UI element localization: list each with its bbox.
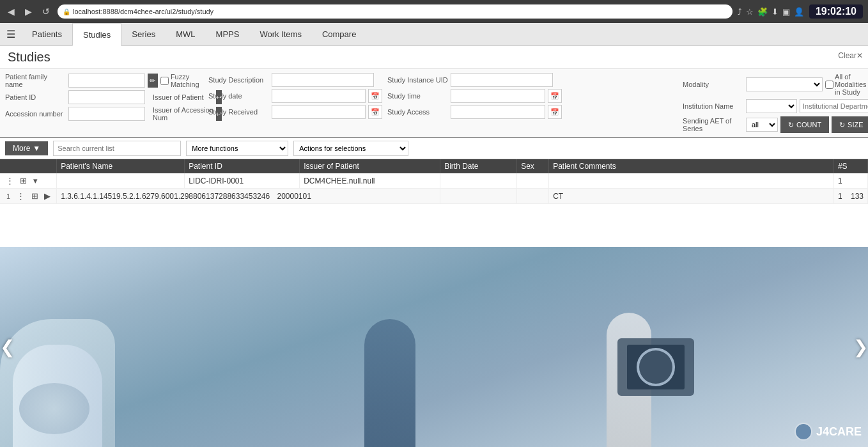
row-menu-btn[interactable]: ⋮: [4, 175, 16, 186]
study-access-label: Study Access: [387, 108, 448, 116]
study-access-input[interactable]: [451, 105, 545, 119]
fuzzy-matching-checkbox[interactable]: [160, 77, 169, 85]
mri-hole: [19, 383, 89, 434]
sending-aet-label: Sending AET of Series: [683, 117, 743, 132]
more-chevron-icon: ▼: [33, 144, 40, 153]
tab-series[interactable]: Series: [121, 23, 166, 46]
modality-select[interactable]: [746, 77, 823, 91]
browser-actions: ⤴ ☆ 🧩 ⬇ ▣ 👤: [738, 7, 804, 17]
toolbar: More ▼ More functions Actions for select…: [0, 138, 868, 159]
institutional-dept-input[interactable]: [800, 99, 868, 113]
institution-name-select[interactable]: [746, 99, 797, 113]
study-time-field: Study time 📅: [387, 89, 678, 103]
study-access-icon-btn[interactable]: 📅: [548, 105, 562, 119]
study-date-input[interactable]: [272, 89, 366, 103]
star-icon[interactable]: ☆: [746, 7, 754, 17]
form-col-study: Study Description Study date 📅 Study Rec…: [203, 73, 382, 133]
row-actions: 1 ⋮ ⊞ ▶: [0, 189, 57, 204]
institution-name-label: Institution Name: [683, 102, 743, 110]
more-functions-select[interactable]: More functions: [186, 141, 288, 156]
sex-cell: [517, 173, 549, 189]
forward-button[interactable]: ▶: [22, 5, 35, 18]
brain-scan: [637, 348, 675, 386]
browser-chrome: ◀ ▶ ↺ 🔒 localhost:8888/dcm4chee-arc/ui2/…: [0, 0, 868, 23]
row-expand-btn[interactable]: ▾: [31, 175, 40, 186]
study-received-label: Study Received: [208, 108, 269, 116]
study-date-label: Study date: [208, 92, 269, 100]
col-issuer: Issuer of Patient: [300, 159, 440, 173]
background-image-area: ❮ ❯ J4CARE: [0, 247, 868, 448]
form-col-patient: Patient family name ✏ Fuzzy Matching Pat…: [5, 73, 203, 133]
form-columns: Patient family name ✏ Fuzzy Matching Pat…: [5, 73, 863, 133]
comments-cell: [549, 173, 834, 189]
back-button[interactable]: ◀: [5, 5, 17, 18]
size-button[interactable]: ↻ SIZE: [832, 116, 868, 133]
nav-arrow-right[interactable]: ❯: [853, 336, 868, 357]
j4care-text: J4CARE: [816, 425, 862, 439]
patient-family-name-input[interactable]: [68, 74, 145, 88]
accession-number-input[interactable]: [68, 107, 145, 121]
nav-arrow-left[interactable]: ❮: [0, 336, 15, 357]
actions-select[interactable]: Actions for selections: [293, 141, 408, 156]
row-num: 1: [4, 192, 13, 200]
birth-date-cell2: [440, 189, 517, 204]
studies-panel: Studies Clear✕ Patient family name ✏ Fuz…: [0, 46, 868, 247]
more-button[interactable]: More ▼: [5, 141, 48, 155]
study-time-icon-btn[interactable]: 📅: [548, 89, 562, 103]
tab-work-items[interactable]: Work Items: [249, 23, 312, 46]
table-header: Patient's Name Patient ID Issuer of Pati…: [0, 159, 868, 173]
tab-mpps[interactable]: MPPS: [206, 23, 250, 46]
share-icon[interactable]: ⤴: [738, 7, 742, 17]
study-received-input[interactable]: [272, 105, 366, 119]
extension-icon[interactable]: 🧩: [757, 7, 768, 17]
study-time-input[interactable]: [451, 89, 545, 103]
window-icon[interactable]: ▣: [782, 7, 790, 17]
patient-name-icon-btn[interactable]: ✏: [148, 74, 158, 88]
row-expand-btn[interactable]: ▶: [42, 191, 52, 201]
birth-date-cell: [440, 173, 517, 189]
lock-icon: 🔒: [63, 8, 70, 15]
row-grid-btn[interactable]: ⊞: [29, 191, 40, 201]
study-date-calendar-btn[interactable]: 📅: [368, 89, 382, 103]
clock: 19:02:10: [809, 4, 863, 19]
study-received-calendar-btn[interactable]: 📅: [368, 105, 382, 119]
series-cell: 1 133: [833, 189, 867, 204]
hamburger-menu[interactable]: ☰: [0, 24, 22, 44]
study-received-field: Study Received 📅: [208, 105, 382, 119]
url-bar[interactable]: 🔒 localhost:8888/dcm4chee-arc/ui2/study/…: [58, 4, 732, 19]
profile-icon[interactable]: 👤: [794, 7, 804, 17]
tab-mwl[interactable]: MWL: [166, 23, 205, 46]
col-comments: Patient Comments: [549, 159, 834, 173]
tab-patients[interactable]: Patients: [22, 23, 72, 46]
search-input[interactable]: [53, 141, 181, 156]
tab-studies[interactable]: Studies: [72, 23, 121, 46]
accession-number-label: Accession number: [5, 110, 66, 118]
study-instance-uid-input[interactable]: [451, 73, 553, 87]
row-grid-btn[interactable]: ⊞: [18, 175, 29, 186]
fuzzy-matching-label: Fuzzy Matching: [160, 73, 203, 88]
sending-aet-select[interactable]: all: [746, 118, 778, 132]
institution-name-row: Institution Name DCM4CHEE SUBMIT: [683, 98, 863, 114]
count-label: COUNT: [796, 121, 821, 129]
search-form: Patient family name ✏ Fuzzy Matching Pat…: [0, 69, 868, 138]
page-title: Studies: [0, 46, 868, 68]
table-container: Patient's Name Patient ID Issuer of Pati…: [0, 159, 868, 247]
count-button[interactable]: ↻ COUNT: [780, 116, 829, 133]
col-actions: [0, 159, 57, 173]
sex-cell2: [517, 189, 549, 204]
col-sex: Sex: [517, 159, 549, 173]
patient-id-input[interactable]: [68, 90, 145, 104]
row-menu-btn[interactable]: ⋮: [15, 191, 27, 201]
modality-label: Modality: [683, 81, 743, 88]
download-icon[interactable]: ⬇: [771, 7, 779, 17]
study-instance-uid-label: Study Instance UID: [387, 76, 448, 84]
accession-number-field: Accession number Issuer of Accession Num…: [5, 106, 203, 122]
study-instance-uid-field: Study Instance UID: [387, 73, 678, 87]
study-description-input[interactable]: [272, 73, 374, 87]
refresh-button[interactable]: ↺: [40, 5, 52, 18]
all-modalities-checkbox[interactable]: [825, 81, 833, 89]
clear-button[interactable]: Clear✕: [838, 51, 863, 60]
patient-family-name-field: Patient family name ✏ Fuzzy Matching: [5, 73, 203, 88]
studies-table: Patient's Name Patient ID Issuer of Pati…: [0, 159, 868, 204]
tab-compare[interactable]: Compare: [312, 23, 366, 46]
